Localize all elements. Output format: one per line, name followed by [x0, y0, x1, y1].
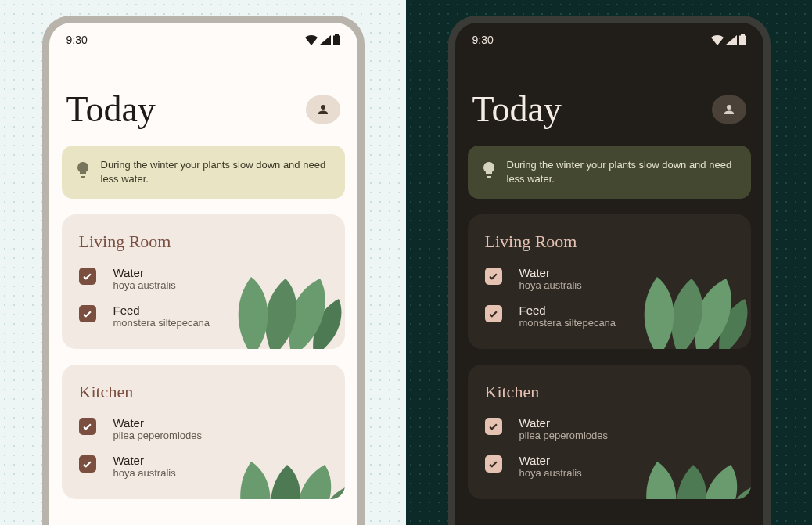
tip-text: During the winter your plants slow down … — [101, 158, 331, 186]
profile-button[interactable] — [306, 95, 340, 124]
task-subtitle: hoya australis — [519, 279, 582, 291]
task-texts: Water pilea peperomiodes — [113, 416, 202, 441]
check-icon — [82, 422, 92, 432]
battery-icon — [333, 34, 340, 45]
signal-icon — [726, 35, 737, 45]
task-checkbox[interactable] — [485, 268, 502, 285]
room-title: Kitchen — [79, 382, 328, 402]
task-title: Water — [519, 454, 582, 467]
header: Today — [49, 52, 357, 146]
task-checkbox[interactable] — [79, 418, 96, 435]
task-subtitle: hoya australis — [519, 467, 582, 479]
task-row: Feed monstera siltepecana — [79, 304, 328, 329]
tip-banner: During the winter your plants slow down … — [62, 146, 345, 199]
room-card: Kitchen Water pilea peperomiodes — [468, 365, 751, 499]
status-bar: 9:30 — [49, 23, 357, 52]
task-title: Water — [113, 416, 202, 430]
task-texts: Water hoya australis — [113, 266, 176, 291]
task-title: Water — [519, 266, 582, 279]
lightbulb-icon — [482, 162, 496, 183]
page-title: Today — [66, 88, 156, 130]
task-subtitle: hoya australis — [113, 467, 176, 479]
wifi-icon — [711, 35, 724, 45]
task-texts: Feed monstera siltepecana — [519, 304, 616, 329]
task-row: Water pilea peperomiodes — [485, 416, 734, 441]
task-subtitle: pilea peperomiodes — [519, 430, 608, 441]
check-icon — [488, 309, 498, 319]
person-icon — [316, 102, 330, 117]
task-row: Water hoya australis — [79, 266, 328, 291]
status-bar: 9:30 — [455, 23, 763, 52]
status-time: 9:30 — [66, 34, 88, 46]
battery-icon — [739, 34, 746, 45]
task-row: Feed monstera siltepecana — [485, 304, 734, 329]
room-title: Living Room — [79, 232, 328, 252]
tip-banner: During the winter your plants slow down … — [468, 146, 751, 199]
task-title: Feed — [519, 304, 616, 317]
task-checkbox[interactable] — [485, 455, 502, 473]
task-texts: Water hoya australis — [519, 454, 582, 479]
plant-illustration — [237, 239, 345, 349]
check-icon — [488, 271, 498, 282]
task-subtitle: monstera siltepecana — [519, 317, 616, 329]
task-row: Water pilea peperomiodes — [79, 416, 328, 441]
check-icon — [488, 459, 498, 469]
dark-theme-panel: 9:30 Today During the winter — [406, 0, 812, 525]
person-icon — [722, 102, 736, 117]
task-checkbox[interactable] — [79, 268, 96, 285]
task-checkbox[interactable] — [485, 418, 502, 435]
tip-text: During the winter your plants slow down … — [507, 158, 737, 186]
task-subtitle: monstera siltepecana — [113, 317, 210, 329]
wifi-icon — [305, 35, 318, 45]
status-icons — [305, 34, 340, 45]
task-row: Water hoya australis — [485, 266, 734, 291]
lightbulb-icon — [76, 162, 90, 183]
page-title: Today — [472, 88, 562, 130]
status-icons — [711, 34, 746, 45]
phone-frame: 9:30 Today During the winter — [448, 16, 771, 525]
task-title: Water — [519, 416, 608, 430]
task-texts: Water hoya australis — [113, 454, 176, 479]
room-title: Kitchen — [485, 382, 734, 402]
screen: 9:30 Today During the winte — [49, 23, 357, 525]
task-checkbox[interactable] — [79, 305, 96, 322]
status-time: 9:30 — [472, 34, 494, 46]
plant-illustration — [643, 239, 751, 349]
phone-frame: 9:30 Today During the winte — [42, 16, 365, 525]
room-card: Living Room Water hoya australis — [468, 214, 751, 349]
content: During the winter your plants slow down … — [49, 146, 357, 499]
content: During the winter your plants slow down … — [455, 146, 763, 499]
task-checkbox[interactable] — [79, 455, 96, 473]
room-card: Kitchen Water pilea peperomiodes — [62, 365, 345, 499]
header: Today — [455, 52, 763, 146]
task-subtitle: pilea peperomiodes — [113, 430, 202, 441]
task-row: Water hoya australis — [485, 454, 734, 479]
task-row: Water hoya australis — [79, 454, 328, 479]
task-checkbox[interactable] — [485, 305, 502, 322]
task-subtitle: hoya australis — [113, 279, 176, 291]
screen: 9:30 Today During the winter — [455, 23, 763, 525]
room-card: Living Room Water hoya australis — [62, 214, 345, 349]
task-title: Feed — [113, 304, 210, 317]
task-texts: Water pilea peperomiodes — [519, 416, 608, 441]
task-title: Water — [113, 454, 176, 467]
check-icon — [82, 459, 92, 469]
profile-button[interactable] — [712, 95, 746, 124]
task-title: Water — [113, 266, 176, 279]
light-theme-panel: 9:30 Today During the winte — [0, 0, 406, 525]
task-texts: Water hoya australis — [519, 266, 582, 291]
room-title: Living Room — [485, 232, 734, 252]
task-texts: Feed monstera siltepecana — [113, 304, 210, 329]
check-icon — [488, 422, 498, 432]
check-icon — [82, 309, 92, 319]
check-icon — [82, 271, 92, 282]
signal-icon — [320, 35, 331, 45]
